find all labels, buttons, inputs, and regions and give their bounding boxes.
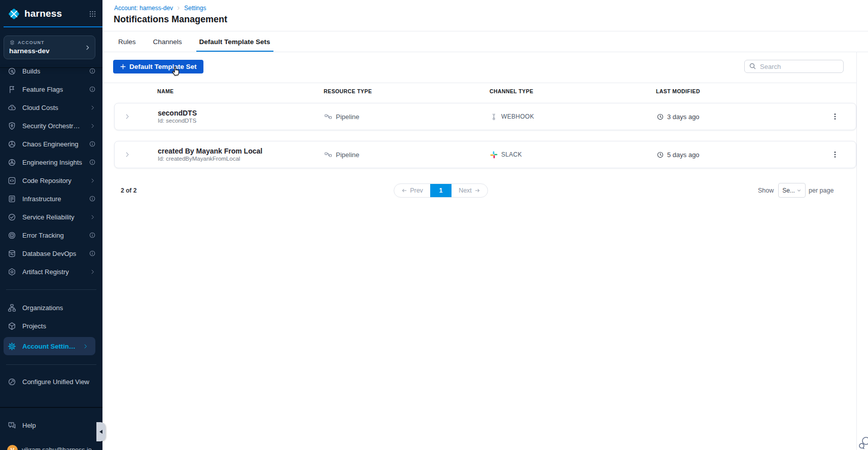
account-switcher[interactable]: ACCOUNT harness-dev [4,35,95,59]
module-grid-icon[interactable] [89,10,96,18]
chevron-right-icon[interactable] [89,104,96,111]
sidebar-item-label: Account Settings [22,343,76,350]
arrow-left-icon [401,188,407,194]
tab-rules[interactable]: Rules [115,31,139,52]
info-icon[interactable] [89,67,96,74]
chevron-right-icon[interactable] [89,269,96,275]
sidebar-item-engineering-insights[interactable]: Engineering Insights [0,153,102,171]
artifact-icon [8,268,16,276]
sidebar-item-database-devops[interactable]: Database DevOps [0,244,102,262]
sidebar-item-feature-flags[interactable]: Feature Flags [0,80,102,98]
row-last-modified-cell: 5 days ago [656,141,700,168]
content-right-border [856,52,857,450]
row-expander[interactable] [120,141,135,168]
kebab-icon [831,151,839,159]
page-button-1[interactable]: 1 [430,184,452,197]
sidebar-item-label: Engineering Insights [22,159,82,166]
pipeline-icon [324,151,332,159]
webhook-icon [490,113,498,121]
help-icon: ? [8,421,16,430]
sidebar-item-projects[interactable]: Projects [0,317,102,335]
sidebar-item-builds[interactable]: Builds [0,62,102,80]
clock-icon [656,151,664,159]
chevron-right-icon[interactable] [89,177,96,184]
sidebar-item-account-settings[interactable]: Account Settings [4,337,95,355]
row-menu-button[interactable] [830,103,840,130]
user-menu[interactable]: V vikram.sahu@harness.io [7,443,99,450]
row-name-cell: secondDTSId: secondDTS [158,103,197,130]
breadcrumb-link-settings[interactable]: Settings [184,5,206,12]
next-page-button[interactable]: Next [452,184,488,197]
projects-icon [8,322,16,330]
search-icon [749,62,756,70]
sidebar-item-service-reliability[interactable]: Service Reliability [0,208,102,226]
sidebar-item-cloud-costs[interactable]: $Cloud Costs [0,98,102,117]
info-icon[interactable] [89,195,96,202]
aida-assistant-icon[interactable] [857,436,868,450]
row-menu-button[interactable] [830,141,840,168]
chevron-right-icon[interactable] [89,123,96,129]
info-icon[interactable] [89,86,96,93]
svg-text:$: $ [11,105,13,109]
info-icon[interactable] [89,159,96,166]
column-header-resource-type: RESOURCE TYPE [324,88,372,94]
database-icon [8,249,16,258]
page-size-select[interactable]: Se... [778,183,806,198]
cloud-costs-icon: $ [8,103,16,112]
organizations-icon [8,304,16,312]
chevron-down-icon [796,188,802,193]
sidebar-workspace-nav: OrganizationsProjectsAccount Settings [0,298,102,355]
sidebar-item-configure-unified-view[interactable]: Configure Unified View [0,372,102,391]
help-label: Help [22,422,36,429]
account-label: ACCOUNT [18,40,45,45]
prev-page-button[interactable]: Prev [394,184,430,197]
user-email: vikram.sahu@harness.io [22,446,92,450]
sidebar-item-help[interactable]: ? Help [0,416,102,434]
tab-bar: RulesChannelsDefault Template Sets [115,31,273,52]
page-tiles: 1 [430,184,452,197]
sidebar-item-label: Service Reliability [22,213,75,221]
sidebar-item-label: Error Tracking [22,232,64,239]
search-input[interactable] [744,60,844,73]
last-modified-label: 3 days ago [667,113,700,121]
sidebar-item-infrastructure[interactable]: Infrastructure [0,190,102,208]
info-icon[interactable] [89,232,96,239]
chevron-right-icon[interactable] [82,343,89,350]
tabs-divider [102,52,868,52]
harness-logo-icon[interactable] [7,7,21,21]
sidebar-item-security-orchestrat[interactable]: Security Orchestrat... [0,117,102,135]
pipeline-icon [324,113,332,121]
info-icon[interactable] [89,250,96,257]
table-row[interactable]: created By Mayank From LocalId: createdB… [114,141,856,168]
breadcrumb: Account: harness-devSettings [114,5,206,12]
resource-type-label: Pipeline [336,151,359,159]
sidebar-item-artifact-registry[interactable]: Artifact Registry [0,262,102,281]
sidebar-item-label: Feature Flags [22,86,63,93]
row-expander[interactable] [120,103,135,130]
chevron-right-icon[interactable] [89,214,96,220]
sidebar-item-label: Security Orchestrat... [22,122,83,130]
new-default-template-set-button[interactable]: Default Template Set [113,60,203,73]
template-set-name: secondDTS [158,109,197,117]
breadcrumb-link-account-harness-dev[interactable]: Account: harness-dev [114,5,173,12]
row-expander-icon [124,113,131,120]
sidebar-item-organizations[interactable]: Organizations [0,298,102,317]
svg-text:?: ? [10,423,12,426]
tab-default-template-sets[interactable]: Default Template Sets [196,31,273,52]
sidebar-collapse-handle[interactable] [96,422,106,441]
table-row[interactable]: secondDTSId: secondDTSPipelineWEBHOOK3 d… [114,103,856,130]
feature-flags-icon [8,85,16,94]
sidebar-item-code-repository[interactable]: Code Repository [0,171,102,190]
builds-icon [8,67,16,76]
tab-channels[interactable]: Channels [150,31,185,52]
collapse-arrow-icon [99,430,102,434]
sidebar-item-error-tracking[interactable]: Error Tracking [0,226,102,244]
brand-divider [4,26,102,27]
sidebar-item-chaos-engineering[interactable]: Chaos Engineering [0,135,102,153]
avatar: V [7,445,18,450]
template-set-id: Id: createdByMayankFromLocal [158,156,240,162]
info-icon[interactable] [89,140,96,147]
error-tracking-icon [8,231,16,240]
channel-type-label: SLACK [501,151,522,158]
prev-page-label: Prev [410,187,423,194]
